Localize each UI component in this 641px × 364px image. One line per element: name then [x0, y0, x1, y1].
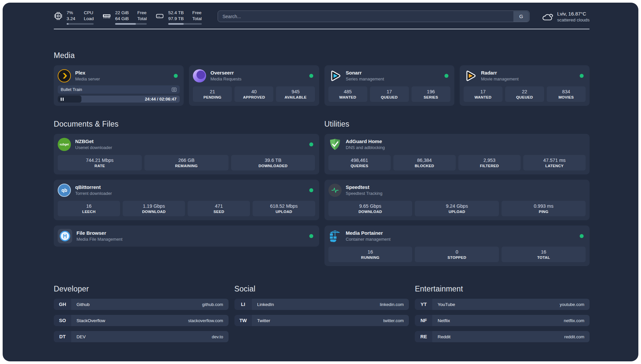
service-card-sonarr[interactable]: Sonarr Series management 485 WANTED 17 Q…: [324, 65, 454, 106]
stat-tile: 744.21 Mbps RATE: [58, 155, 142, 170]
ram-values: 22 GiB 64 GiB: [115, 10, 129, 21]
dashboard-window: 7% 3.24 CPU Load: [3, 3, 638, 361]
stat-label: QUERIES: [330, 164, 389, 168]
link-url: stackoverflow.com: [188, 318, 223, 323]
overseerr-pupil: [197, 71, 205, 79]
stat-value: 945: [277, 89, 314, 95]
link-row-linkedin[interactable]: LI LinkedIn linkedin.com: [234, 299, 409, 310]
service-card-adguard[interactable]: AdGuard Home DNS and adblocking 498,461 …: [324, 134, 590, 174]
service-subtitle: Movie management: [481, 76, 519, 82]
developer-column: Developer GH Github github.com SO StackO…: [54, 285, 229, 342]
service-card-speedtest[interactable]: Speedtest Speedtest Tracking 9.65 Gbps D…: [324, 180, 590, 220]
playback-progress[interactable]: 24:44 / 02:06:47: [58, 96, 180, 103]
link-row-stackoverflow[interactable]: SO StackOverflow stackoverflow.com: [54, 315, 229, 326]
pause-icon: [61, 98, 62, 101]
now-playing-title: Bullet Train: [61, 87, 82, 92]
link-row-twitter[interactable]: TW Twitter twitter.com: [234, 315, 409, 326]
stat-value: 471: [189, 203, 249, 209]
service-card-qbittorrent[interactable]: qb qBittorrent Torrent downloader 16: [54, 180, 319, 220]
stat-tile: 16 RUNNING: [328, 247, 412, 262]
media-grid: Plex Media server Bullet Train: [54, 65, 590, 106]
stat-tile: 16 LEECH: [58, 201, 120, 216]
service-subtitle: Series management: [346, 76, 384, 82]
stat-tile: 86,384 BLOCKED: [393, 155, 456, 170]
service-card-plex[interactable]: Plex Media server Bullet Train: [54, 65, 184, 106]
stat-label: TOTAL: [503, 256, 584, 259]
service-name: qBittorrent: [75, 184, 112, 191]
service-card-radarr[interactable]: Radarr Movie management 17 WANTED 22 QUE…: [460, 65, 590, 106]
search-engine-button[interactable]: G: [513, 11, 529, 22]
stat-label: DOWNLOADED: [232, 164, 314, 168]
stat-tile: 471 SEED: [188, 201, 250, 216]
stat-label: MOVIES: [548, 95, 584, 99]
link-row-netflix[interactable]: NF Netflix netflix.com: [415, 315, 590, 326]
link-row-dev[interactable]: DT DEV dev.to: [54, 331, 229, 342]
stat-value: 16: [503, 249, 584, 255]
cpu-percent: 7%: [67, 10, 75, 16]
link-url: dev.to: [212, 334, 223, 339]
ram-icon: [102, 12, 111, 20]
stat-tile: 2,953 FILTERED: [458, 155, 521, 170]
ram-free-label: Free: [137, 10, 147, 16]
link-name: Reddit: [438, 334, 450, 339]
stat-value: 22: [506, 89, 543, 95]
status-online-dot: [580, 74, 584, 78]
stat-label: PING: [503, 210, 584, 214]
cpu-icon: [54, 12, 63, 20]
service-name: NZBGet: [75, 138, 112, 145]
radarr-icon: [464, 69, 477, 82]
stat-label: REMAINING: [146, 164, 227, 168]
link-abbr: NF: [415, 315, 432, 326]
documents-column: Documents & Files nzbget NZBGet Usenet d…: [54, 120, 319, 247]
link-abbr: TW: [234, 315, 252, 326]
link-row-github[interactable]: GH Github github.com: [54, 299, 229, 310]
service-name: Radarr: [481, 70, 519, 76]
status-online-dot: [309, 188, 313, 192]
service-name: AdGuard Home: [346, 138, 385, 145]
cpu-load-value: 3.24: [67, 16, 75, 22]
stat-value: 47.571 ms: [525, 157, 584, 164]
ram-total-value: 64 GiB: [115, 16, 129, 22]
stat-label: PENDING: [194, 95, 230, 99]
link-row-reddit[interactable]: RE Reddit reddit.com: [415, 331, 590, 342]
cloud-icon: [541, 12, 553, 21]
utilities-column: Utilities: [324, 120, 590, 266]
stat-label: UPLOAD: [254, 210, 314, 214]
stat-tile: 39.6 TB DOWNLOADED: [231, 155, 315, 170]
stat-value: 0: [416, 249, 498, 255]
stat-label: DOWNLOAD: [330, 210, 411, 214]
stat-tile: 485 WANTED: [328, 86, 367, 102]
disk-labels: Free Total: [192, 10, 202, 21]
stat-label: RATE: [59, 164, 140, 168]
link-abbr: LI: [234, 299, 252, 310]
speedtest-icon: [328, 184, 342, 197]
service-card-nzbget[interactable]: nzbget NZBGet Usenet downloader 744.21 M…: [54, 134, 319, 174]
service-subtitle: Media File Management: [76, 236, 122, 242]
plex-icon: [58, 69, 71, 82]
stat-tile: 17 QUEUED: [370, 86, 409, 102]
service-card-portainer[interactable]: Media Portainer Container management 16 …: [324, 226, 590, 266]
stat-label: WANTED: [330, 95, 366, 99]
ram-progress-track: [115, 23, 147, 25]
disk-progress-fill: [168, 23, 184, 25]
stat-label: AVAILABLE: [277, 95, 314, 99]
link-name: LinkedIn: [257, 302, 274, 307]
stat-tile: 9.65 Gbps DOWNLOAD: [328, 201, 412, 216]
service-card-overseerr[interactable]: Overseerr Media Requests 21 PENDING 40 A…: [189, 65, 319, 106]
section-title-media: Media: [54, 51, 590, 60]
service-subtitle: Container management: [346, 236, 391, 242]
stat-tile: 16 TOTAL: [502, 247, 586, 262]
stat-label: QUEUED: [506, 95, 543, 99]
overseerr-icon: [193, 69, 206, 82]
service-card-filebrowser[interactable]: File Browser Media File Management: [54, 226, 319, 247]
service-subtitle: Torrent downloader: [75, 191, 112, 197]
link-name: DEV: [76, 334, 86, 339]
weather-condition: scattered clouds: [557, 17, 590, 23]
link-row-youtube[interactable]: YT YouTube youtube.com: [415, 299, 590, 310]
link-abbr: SO: [54, 315, 71, 326]
social-column: Social LI LinkedIn linkedin.com TW Twitt…: [234, 285, 409, 326]
stat-label: RUNNING: [330, 256, 411, 259]
service-name: File Browser: [76, 230, 122, 236]
search-input[interactable]: [218, 11, 530, 22]
service-subtitle: Speedtest Tracking: [346, 191, 382, 197]
